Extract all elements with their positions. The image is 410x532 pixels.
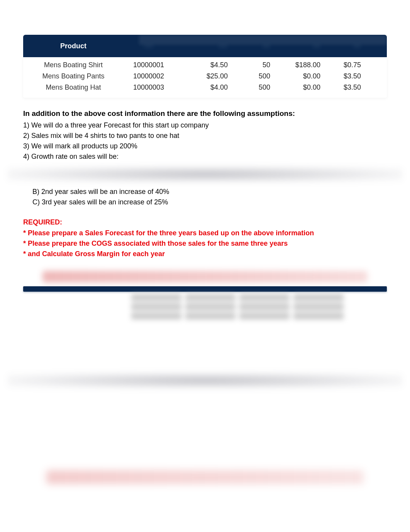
product-name: Mens Boating Pants bbox=[23, 72, 124, 80]
blurred-column-headers: ····· ····· ···· ···· ···· bbox=[124, 42, 387, 50]
assumption-subitem: B) 2nd year sales will be an increase of… bbox=[32, 187, 387, 197]
cost-table-body: Mens Boating Shirt 10000001 $4.50 50 $18… bbox=[23, 57, 387, 98]
assumption-item: 1) We will do a three year Forecast for … bbox=[23, 120, 387, 131]
product-val1: $0.00 bbox=[270, 72, 320, 80]
required-item: * Please prepare the COGS associated wit… bbox=[23, 238, 387, 249]
product-cost: $25.00 bbox=[174, 72, 228, 80]
product-code: 10000002 bbox=[124, 72, 174, 80]
product-qty: 500 bbox=[228, 83, 270, 92]
assumption-item: 4) Growth rate on sales will be: bbox=[23, 151, 387, 162]
assumption-item: 3) We will mark all products up 200% bbox=[23, 141, 387, 151]
required-item: * and Calculate Gross Margin for each ye… bbox=[23, 249, 387, 259]
product-val2: $3.50 bbox=[320, 83, 361, 92]
redacted-content bbox=[42, 271, 368, 282]
product-val1: $0.00 bbox=[270, 83, 320, 92]
table-row: Mens Boating Hat 10000003 $4.00 500 $0.0… bbox=[23, 82, 387, 93]
product-qty: 500 bbox=[228, 72, 270, 80]
product-name: Mens Boating Hat bbox=[23, 83, 124, 92]
assumption-item: 2) Sales mix will be 4 shirts to two pan… bbox=[23, 131, 387, 141]
product-cost: $4.50 bbox=[174, 61, 228, 69]
redacted-table bbox=[23, 294, 387, 320]
redacted-content bbox=[46, 470, 364, 484]
assumption-subitem: C) 3rd year sales will be an increase of… bbox=[32, 197, 387, 207]
product-val2: $0.75 bbox=[320, 61, 361, 69]
product-code: 10000003 bbox=[124, 83, 174, 92]
product-cost: $4.00 bbox=[174, 83, 228, 92]
product-name: Mens Boating Shirt bbox=[23, 61, 124, 69]
redacted-content bbox=[8, 167, 402, 182]
required-item: * Please prepare a Sales Forecast for th… bbox=[23, 228, 387, 238]
redacted-content bbox=[8, 373, 402, 388]
product-qty: 50 bbox=[228, 61, 270, 69]
redacted-table-header bbox=[23, 286, 387, 292]
table-row: Mens Boating Shirt 10000001 $4.50 50 $18… bbox=[23, 59, 387, 71]
table-row: Mens Boating Pants 10000002 $25.00 500 $… bbox=[23, 71, 387, 82]
required-heading: REQUIRED: bbox=[23, 218, 387, 226]
product-val1: $188.00 bbox=[270, 61, 320, 69]
product-code: 10000001 bbox=[124, 61, 174, 69]
product-val2: $3.50 bbox=[320, 72, 361, 80]
column-header-product: Product bbox=[23, 42, 124, 50]
assumptions-heading: In addition to the above cost informatio… bbox=[23, 109, 387, 118]
cost-table-header: Product ····· ····· ···· ···· ···· bbox=[23, 35, 387, 57]
